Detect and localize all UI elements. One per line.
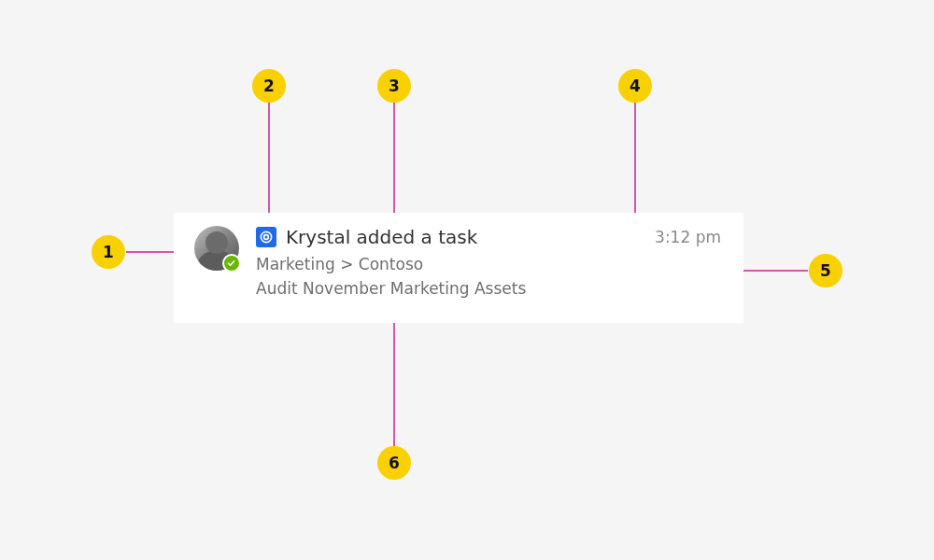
notification-breadcrumb: Marketing > Contoso xyxy=(256,254,721,274)
notification-card[interactable]: Krystal added a task 3:12 pm Marketing >… xyxy=(174,213,743,323)
annotation-badge-2: 2 xyxy=(252,69,286,103)
notification-detail: Audit November Marketing Assets xyxy=(256,278,721,299)
svg-point-7 xyxy=(264,235,269,240)
presence-available-icon xyxy=(222,254,241,273)
app-icon xyxy=(256,227,276,247)
svg-point-6 xyxy=(261,231,271,242)
annotation-badge-1: 1 xyxy=(92,235,125,269)
annotation-badge-3: 3 xyxy=(377,69,411,103)
annotation-badge-4: 4 xyxy=(618,69,652,103)
annotation-badge-5: 5 xyxy=(809,254,842,287)
notification-timestamp: 3:12 pm xyxy=(655,226,721,248)
annotated-diagram: 1 2 3 4 5 6 Krystal added xyxy=(0,0,934,560)
notification-title: Krystal added a task xyxy=(286,226,477,248)
annotation-badge-6: 6 xyxy=(377,446,411,480)
